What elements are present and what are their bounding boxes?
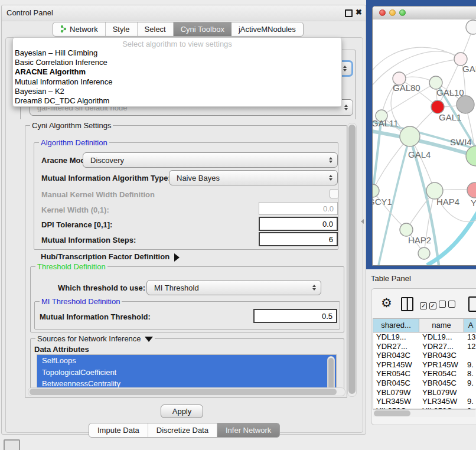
tab-discretize-data[interactable]: Discretize Data [148, 423, 217, 437]
manual-kernel-checkbox[interactable] [330, 189, 339, 198]
network-node-y[interactable] [467, 182, 476, 198]
gear-icon[interactable]: ⚙ [381, 296, 392, 310]
which-threshold-label: Which threshold to use: [58, 283, 145, 292]
list-item-topologicalcoefficient[interactable]: TopologicalCoefficient [37, 367, 336, 379]
table-row[interactable]: YDR27...YDR27...12 [373, 342, 476, 351]
minimized-panel-icon[interactable] [4, 439, 20, 450]
table-row[interactable]: YLR345WYLR345W9. [373, 397, 476, 406]
network-window-titlebar[interactable] [373, 6, 476, 20]
table-cell[interactable]: YPR145W [419, 360, 464, 370]
table-cell[interactable]: 9. [464, 379, 476, 388]
collapse-down-icon[interactable] [145, 337, 153, 342]
close-panel-icon[interactable]: ✖ [356, 8, 362, 17]
table-cell[interactable]: 8. [464, 369, 476, 379]
table-horizontal-scrollbar[interactable] [373, 409, 475, 417]
table-cell[interactable]: 9. [464, 360, 476, 370]
settings-horizontal-scrollbar[interactable] [28, 387, 345, 396]
threshold-definition-title: Threshold Definition [35, 262, 107, 271]
menu-item-bayesian-hill-climbing[interactable]: Bayesian – Hill Climbing [13, 48, 341, 58]
table-cell[interactable]: 13 [464, 332, 476, 342]
table-cell[interactable]: YDR27... [419, 342, 464, 351]
mi-type-combo[interactable]: Naive Bayes [169, 170, 338, 185]
float-window-icon[interactable] [345, 9, 353, 17]
table-row[interactable]: YBL079WYBL079W [373, 388, 476, 397]
network-edge[interactable] [399, 59, 461, 79]
control-panel-titlebar[interactable]: Control Panel ✖ [2, 5, 366, 21]
mi-threshold-label: Mutual Information Threshold: [40, 312, 151, 321]
minimize-traffic-light-icon[interactable] [389, 9, 396, 16]
mi-threshold-field[interactable] [253, 309, 337, 323]
deselect-all-checkboxes-icon[interactable] [439, 301, 455, 309]
table-row[interactable]: YBR043CYBR043C [373, 351, 476, 360]
table-cell[interactable]: YBR043C [373, 351, 419, 360]
table-cell[interactable]: YLR345W [373, 397, 419, 406]
network-node-gcy1[interactable] [373, 184, 379, 197]
column-header-partial[interactable]: A [464, 319, 476, 332]
mi-type-label: Mutual Information Algorithm Type: [41, 174, 171, 182]
menu-item-aracne-algorithm[interactable]: ARACNE Algorithm [13, 67, 341, 77]
table-toolbar: ⚙ ✓ ✓ [371, 292, 476, 316]
tab-style[interactable]: Style [106, 22, 138, 36]
network-node-gal1[interactable] [431, 100, 444, 113]
table-cell[interactable]: YER054C [419, 369, 464, 379]
hub-definition-label[interactable]: Hub/Transcription Factor Definition [41, 252, 180, 262]
table-cell[interactable]: YBR043C [419, 351, 464, 360]
zoom-traffic-light-icon[interactable] [399, 9, 406, 16]
panel-resize-handle-icon[interactable] [361, 219, 364, 224]
table-cell[interactable]: YDR27... [373, 342, 419, 351]
table-cell[interactable]: YDL19... [373, 332, 419, 342]
menu-item-dream8-dc-tdc[interactable]: Dream8 DC_TDC Algorithm [13, 96, 341, 106]
control-panel-tabbar: Network Style Select Cyni Toolbox jActiv… [53, 22, 304, 37]
table-cell[interactable] [464, 351, 476, 360]
menu-item-mutual-information-inference[interactable]: Mutual Information Inference [13, 77, 341, 87]
columns-icon[interactable] [401, 297, 413, 311]
table-cell[interactable]: YLR345W [419, 397, 464, 406]
tab-jactivemnodules[interactable]: jActiveMNodules [232, 22, 303, 36]
column-header-name[interactable]: name [419, 319, 464, 332]
table-cell[interactable]: YBL079W [373, 388, 419, 397]
kernel-width-field[interactable] [259, 202, 338, 215]
tab-cyni-toolbox[interactable]: Cyni Toolbox [174, 22, 232, 36]
table-cell[interactable] [464, 388, 476, 397]
apply-button[interactable]: Apply [161, 405, 203, 418]
new-table-icon[interactable] [468, 296, 476, 312]
network-node-gal4[interactable] [400, 126, 420, 146]
node-table[interactable]: shared... name A YDL19...YDL19...13YDR27… [373, 318, 476, 409]
table-cell[interactable]: YPR145W [373, 360, 419, 370]
tab-network[interactable]: Network [53, 22, 106, 36]
node-label: Y [471, 198, 476, 208]
network-node[interactable] [466, 20, 476, 34]
aracne-mode-combo[interactable]: Discovery [83, 152, 338, 168]
table-row[interactable]: YBR045CYBR045C9. [373, 379, 476, 388]
table-row[interactable]: YPR145WYPR145W9. [373, 360, 476, 370]
tab-select[interactable]: Select [138, 22, 174, 36]
tab-impute-data[interactable]: Impute Data [89, 423, 148, 437]
table-header-row: shared... name A [373, 319, 476, 332]
table-cell[interactable]: YBR045C [419, 379, 464, 388]
which-threshold-combo[interactable]: MI Threshold [146, 280, 321, 295]
table-cell[interactable]: YER054C [373, 369, 419, 379]
close-traffic-light-icon[interactable] [379, 9, 386, 16]
column-header-shared-name[interactable]: shared... [373, 319, 419, 332]
network-node-hap2[interactable] [400, 223, 413, 236]
expand-right-icon[interactable] [174, 253, 180, 262]
menu-item-bayesian-k2[interactable]: Bayesian – K2 [13, 87, 341, 96]
table-cell[interactable]: YBR045C [373, 379, 419, 388]
list-item-selfloops[interactable]: SelfLoops [37, 355, 336, 367]
select-all-checkboxes-icon[interactable]: ✓ ✓ [420, 301, 436, 309]
network-node[interactable] [457, 96, 474, 113]
settings-vertical-scrollbar[interactable] [347, 123, 357, 397]
network-node-swi4[interactable] [466, 146, 476, 166]
table-row[interactable]: YDL19...YDL19...13 [373, 332, 476, 342]
dpi-tolerance-field[interactable] [259, 217, 338, 231]
table-row[interactable]: YER054CYER054C8. [373, 369, 476, 379]
network-canvas[interactable]: GALGAL80GAL10GAL1GAL11GAL4SWI4GCY1HAP4YH… [373, 19, 476, 265]
table-cell[interactable]: 9. [464, 397, 476, 406]
table-cell[interactable]: YDL19... [419, 332, 464, 342]
mi-steps-field[interactable] [259, 232, 338, 246]
menu-item-basic-correlation-inference[interactable]: Basic Correlation Inference [13, 58, 341, 67]
table-cell[interactable]: 12 [464, 342, 476, 351]
table-cell[interactable]: YBL079W [419, 388, 464, 397]
tab-infer-network[interactable]: Infer Network [217, 423, 279, 437]
network-node[interactable] [418, 247, 430, 259]
